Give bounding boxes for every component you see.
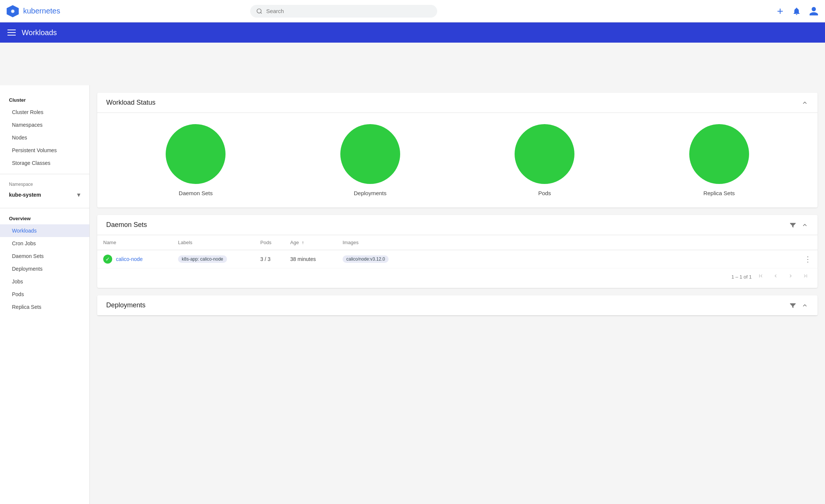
chevron-up-icon-daemon — [801, 221, 809, 229]
collapse-deployments-button[interactable] — [801, 302, 809, 309]
deployments-actions — [789, 302, 809, 309]
chevron-down-icon: ▾ — [77, 191, 80, 199]
image-chip: calico/node:v3.12.0 — [343, 255, 389, 263]
th-pods: Pods — [254, 235, 284, 250]
prev-page-icon — [773, 273, 779, 279]
namespace-label: Namespace — [9, 182, 80, 187]
th-age[interactable]: Age ↑ — [284, 235, 337, 250]
sidebar-item-cron-jobs[interactable]: Cron Jobs — [0, 237, 89, 250]
menu-button[interactable] — [7, 30, 16, 36]
daemon-sets-header: Daemon Sets — [97, 215, 818, 235]
replica-sets-circle — [689, 124, 749, 184]
sidebar-divider-1 — [0, 174, 89, 174]
daemon-sets-title: Daemon Sets — [106, 221, 147, 229]
td-pods: 3 / 3 — [254, 250, 284, 268]
daemon-set-link[interactable]: calico-node — [116, 256, 143, 262]
sidebar-item-namespaces[interactable]: Namespaces — [0, 119, 89, 131]
status-circle-pods[interactable]: Pods — [515, 124, 574, 196]
status-circle-deployments[interactable]: Deployments — [340, 124, 400, 196]
label-chip: k8s-app: calico-node — [178, 255, 227, 263]
sort-age-icon: ↑ — [302, 240, 304, 245]
user-icon — [809, 6, 819, 16]
sidebar-divider-2 — [0, 208, 89, 208]
row-more-button[interactable]: ⋮ — [804, 255, 812, 264]
sidebar-item-daemon-sets[interactable]: Daemon Sets — [0, 250, 89, 262]
th-name: Name — [97, 235, 172, 250]
last-page-button[interactable] — [800, 271, 812, 282]
sidebar-item-pods[interactable]: Pods — [0, 288, 89, 301]
daemon-sets-table: Name Labels Pods Age ↑ — [97, 235, 818, 268]
th-actions — [798, 235, 818, 250]
daemon-sets-table-container: Name Labels Pods Age ↑ — [97, 235, 818, 288]
svg-line-3 — [260, 12, 261, 13]
workload-status-title: Workload Status — [106, 99, 156, 107]
td-more: ⋮ — [798, 250, 818, 268]
workload-status-card: Workload Status Daemon Sets Deployme — [97, 93, 818, 208]
sidebar-item-persistent-volumes[interactable]: Persistent Volumes — [0, 144, 89, 157]
next-page-icon — [788, 273, 794, 279]
add-button[interactable] — [776, 7, 785, 16]
namespace-selector[interactable]: kube-system ▾ — [9, 189, 80, 200]
sidebar-item-cluster-roles[interactable]: Cluster Roles — [0, 106, 89, 119]
sidebar: Cluster Cluster Roles Namespaces Nodes P… — [0, 85, 90, 504]
daemon-sets-card: Daemon Sets — [97, 215, 818, 288]
workload-status-header: Workload Status — [97, 93, 818, 113]
search-input[interactable] — [266, 8, 431, 14]
pagination-info: 1 – 1 of 1 — [732, 274, 752, 280]
daemon-sets-label: Daemon Sets — [179, 190, 213, 196]
first-page-icon — [758, 273, 764, 279]
replica-sets-label: Replica Sets — [703, 190, 735, 196]
sidebar-item-nodes[interactable]: Nodes — [0, 131, 89, 144]
notifications-button[interactable] — [792, 7, 801, 16]
filter-deployments-button[interactable] — [789, 302, 797, 309]
pods-label: Pods — [538, 190, 551, 196]
th-labels: Labels — [172, 235, 254, 250]
row-status-name: ✓ calico-node — [103, 255, 166, 264]
daemon-sets-actions — [789, 221, 809, 229]
td-images: calico/node:v3.12.0 — [337, 250, 798, 268]
collapse-workload-status-button[interactable] — [801, 99, 809, 107]
daemon-sets-table-header-row: Name Labels Pods Age ↑ — [97, 235, 818, 250]
first-page-button[interactable] — [755, 271, 767, 282]
user-button[interactable] — [809, 6, 819, 16]
prev-page-button[interactable] — [770, 271, 782, 282]
pods-circle — [515, 124, 574, 184]
td-labels: k8s-app: calico-node — [172, 250, 254, 268]
status-circle-replica-sets[interactable]: Replica Sets — [689, 124, 749, 196]
deployments-title: Deployments — [106, 301, 145, 309]
deployments-card: Deployments — [97, 295, 818, 316]
th-images: Images — [337, 235, 798, 250]
chevron-up-icon-deployments — [801, 302, 809, 309]
sidebar-item-replica-sets[interactable]: Replica Sets — [0, 301, 89, 313]
filter-daemon-sets-button[interactable] — [789, 221, 797, 229]
deployments-circle — [340, 124, 400, 184]
last-page-icon — [803, 273, 809, 279]
namespace-value: kube-system — [9, 192, 41, 198]
search-icon — [256, 8, 263, 15]
collapse-daemon-sets-button[interactable] — [801, 221, 809, 229]
status-circle-daemon-sets[interactable]: Daemon Sets — [166, 124, 226, 196]
td-name: ✓ calico-node — [97, 250, 172, 268]
namespace-section: Namespace kube-system ▾ — [0, 179, 89, 203]
cluster-section-title: Cluster — [0, 94, 89, 106]
deployments-label: Deployments — [354, 190, 387, 196]
chevron-up-icon — [801, 99, 809, 107]
pagination: 1 – 1 of 1 — [97, 268, 818, 285]
search-bar[interactable] — [250, 5, 437, 18]
table-row: ✓ calico-node k8s-app: calico-node 3 / 3 — [97, 250, 818, 268]
svg-point-2 — [257, 9, 261, 13]
next-page-button[interactable] — [785, 271, 797, 282]
deployments-header: Deployments — [97, 295, 818, 316]
logo-area: ⎈ kubernetes — [6, 4, 81, 18]
page-title: Workloads — [22, 28, 57, 37]
sidebar-item-jobs[interactable]: Jobs — [0, 275, 89, 288]
top-actions — [776, 6, 819, 16]
add-icon — [776, 7, 785, 16]
main-layout: Cluster Cluster Roles Namespaces Nodes P… — [0, 85, 825, 504]
page-header: Workloads — [0, 22, 825, 43]
sidebar-item-storage-classes[interactable]: Storage Classes — [0, 157, 89, 169]
sidebar-item-deployments[interactable]: Deployments — [0, 262, 89, 275]
overview-section-title: Overview — [0, 213, 89, 224]
top-bar: ⎈ kubernetes — [0, 0, 825, 22]
sidebar-item-workloads[interactable]: Workloads — [0, 224, 89, 237]
